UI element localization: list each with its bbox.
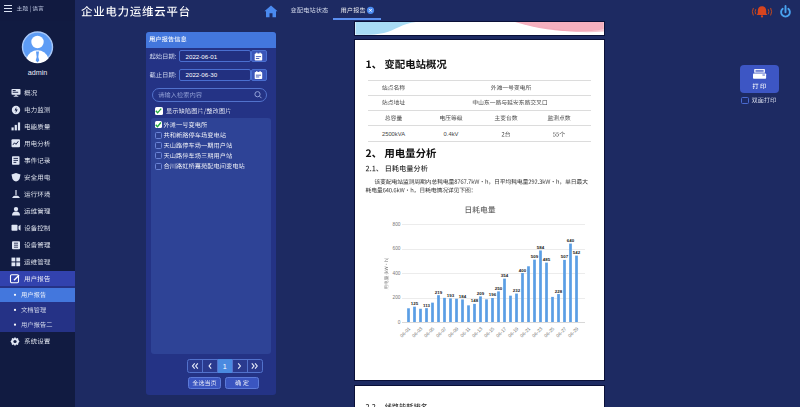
svg-text:06-03: 06-03 — [411, 326, 423, 338]
svg-text:06-13: 06-13 — [471, 326, 483, 338]
svg-text:06-17: 06-17 — [495, 326, 507, 338]
svg-text:06-25: 06-25 — [543, 326, 555, 338]
svg-text:06-15: 06-15 — [483, 326, 495, 338]
svg-text:06-23: 06-23 — [531, 326, 543, 338]
svg-text:113: 113 — [423, 303, 431, 308]
svg-text:485: 485 — [543, 257, 551, 262]
svg-text:193: 193 — [447, 293, 455, 298]
svg-text:507: 507 — [561, 254, 569, 259]
svg-text:06-11: 06-11 — [459, 326, 471, 338]
svg-text:200: 200 — [392, 295, 400, 300]
svg-text:06-07: 06-07 — [435, 326, 447, 338]
svg-text:250: 250 — [495, 286, 503, 291]
svg-text:06-29: 06-29 — [567, 326, 579, 338]
svg-text:400: 400 — [392, 271, 400, 276]
svg-text:148: 148 — [471, 298, 479, 303]
svg-text:209: 209 — [477, 291, 485, 296]
svg-text:06-21: 06-21 — [519, 326, 531, 338]
svg-text:06-01: 06-01 — [399, 326, 411, 338]
svg-text:196: 196 — [489, 292, 497, 297]
svg-text:400: 400 — [519, 268, 527, 273]
svg-text:354: 354 — [501, 273, 509, 278]
svg-text:228: 228 — [555, 289, 563, 294]
svg-text:584: 584 — [537, 245, 545, 250]
svg-text:06-19: 06-19 — [507, 326, 519, 338]
svg-text:509: 509 — [531, 254, 539, 259]
svg-text:admin: admin — [28, 68, 48, 77]
svg-text:06-09: 06-09 — [447, 326, 459, 338]
svg-text:640: 640 — [567, 238, 575, 243]
svg-text:0: 0 — [398, 320, 401, 325]
svg-text:542: 542 — [573, 250, 581, 255]
svg-text:2022-06-01: 2022-06-01 — [186, 53, 218, 60]
svg-text:125: 125 — [411, 301, 419, 306]
svg-text:1: 1 — [223, 362, 227, 371]
svg-text:06-27: 06-27 — [555, 326, 567, 338]
svg-text:06-05: 06-05 — [423, 326, 435, 338]
svg-text:232: 232 — [513, 288, 521, 293]
svg-text:0.4kV: 0.4kV — [444, 131, 459, 137]
svg-text:2022-06-30: 2022-06-30 — [186, 71, 218, 78]
svg-text:184: 184 — [459, 294, 467, 299]
svg-text:219: 219 — [435, 290, 443, 295]
svg-text:2500kVA: 2500kVA — [382, 131, 405, 137]
svg-text:600: 600 — [392, 246, 400, 251]
svg-text:800: 800 — [392, 222, 400, 227]
